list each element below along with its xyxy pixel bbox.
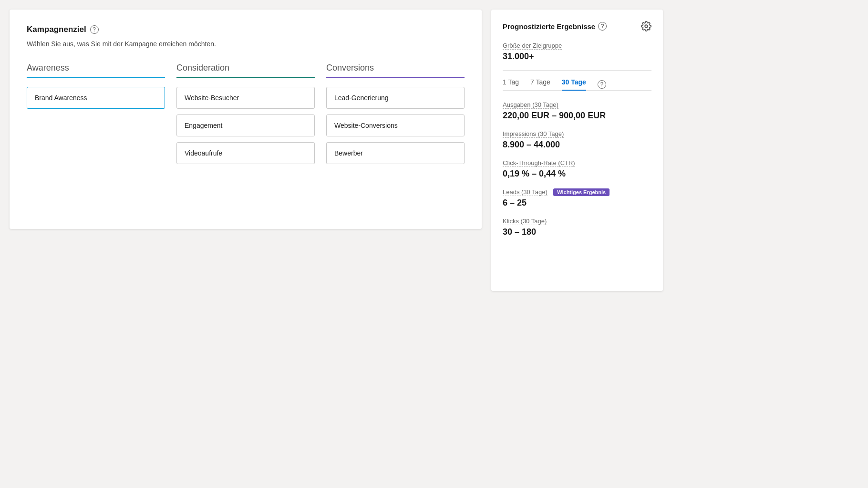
option-website-conversions[interactable]: Website-Conversions bbox=[326, 114, 465, 136]
panel-info-icon[interactable]: ? bbox=[598, 22, 607, 31]
option-website-besucher[interactable]: Website-Besucher bbox=[176, 87, 315, 109]
ctr-label-wrap: Click-Through-Rate (CTR) bbox=[503, 158, 651, 167]
gear-icon[interactable] bbox=[641, 21, 651, 31]
consideration-bar bbox=[176, 77, 315, 78]
impressions-value: 8.900 – 44.000 bbox=[503, 140, 651, 150]
ausgaben-label-wrap: Ausgaben (30 Tage) bbox=[503, 100, 651, 109]
kampagnenziel-info-icon[interactable]: ? bbox=[90, 25, 99, 34]
right-panel: Prognostizierte Ergebnisse ? Größe der Z… bbox=[491, 10, 663, 291]
card-title: Kampagnenziel bbox=[27, 25, 86, 34]
leads-label-wrap: Leads (30 Tage) Wichtiges Ergebnis bbox=[503, 187, 651, 196]
audience-size-label: Größe der Zielgruppe bbox=[503, 41, 651, 50]
category-conversions: Conversions Lead-Generierung Website-Con… bbox=[326, 63, 465, 170]
option-bewerber[interactable]: Bewerber bbox=[326, 142, 465, 164]
panel-title-text: Prognostizierte Ergebnisse bbox=[503, 22, 595, 31]
tabs-row: 1 Tag 7 Tage 30 Tage ? bbox=[503, 78, 651, 91]
tab-30-tage[interactable]: 30 Tage bbox=[562, 78, 586, 91]
category-awareness: Awareness Brand Awareness bbox=[27, 63, 165, 170]
category-consideration: Consideration Website-Besucher Engagemen… bbox=[176, 63, 315, 170]
panel-title-row: Prognostizierte Ergebnisse ? bbox=[503, 21, 651, 31]
ctr-value: 0,19 % – 0,44 % bbox=[503, 169, 651, 179]
stat-klicks: Klicks (30 Tage) 30 – 180 bbox=[503, 217, 651, 237]
wichtiges-ergebnis-badge: Wichtiges Ergebnis bbox=[553, 188, 610, 196]
leads-value: 6 – 25 bbox=[503, 198, 651, 208]
stat-leads: Leads (30 Tage) Wichtiges Ergebnis 6 – 2… bbox=[503, 187, 651, 208]
conversions-bar bbox=[326, 77, 465, 78]
ausgaben-label: Ausgaben (30 Tage) bbox=[503, 101, 558, 109]
tab-1-tag[interactable]: 1 Tag bbox=[503, 78, 519, 91]
category-conversions-label: Conversions bbox=[326, 63, 465, 73]
option-brand-awareness[interactable]: Brand Awareness bbox=[27, 87, 165, 109]
audience-size-row: Größe der Zielgruppe 31.000+ bbox=[503, 41, 651, 62]
stat-ausgaben: Ausgaben (30 Tage) 220,00 EUR – 900,00 E… bbox=[503, 100, 651, 121]
leads-label: Leads (30 Tage) bbox=[503, 188, 548, 196]
klicks-label: Klicks (30 Tage) bbox=[503, 218, 547, 225]
tabs-info-icon[interactable]: ? bbox=[598, 80, 606, 89]
card-subtitle: Wählen Sie aus, was Sie mit der Kampagne… bbox=[27, 40, 465, 48]
option-lead-generierung[interactable]: Lead-Generierung bbox=[326, 87, 465, 109]
klicks-label-wrap: Klicks (30 Tage) bbox=[503, 217, 651, 225]
svg-point-0 bbox=[645, 25, 648, 28]
panel-title-container: Prognostizierte Ergebnisse ? bbox=[503, 22, 607, 31]
impressions-label-wrap: Impressions (30 Tage) bbox=[503, 129, 651, 138]
card-title-row: Kampagnenziel ? bbox=[27, 25, 465, 34]
audience-size-value: 31.000+ bbox=[503, 52, 651, 62]
tab-7-tage[interactable]: 7 Tage bbox=[530, 78, 550, 91]
ctr-label: Click-Through-Rate (CTR) bbox=[503, 159, 575, 167]
category-awareness-label: Awareness bbox=[27, 63, 165, 73]
audience-label-text: Größe der Zielgruppe bbox=[503, 42, 562, 50]
category-consideration-label: Consideration bbox=[176, 63, 315, 73]
awareness-bar bbox=[27, 77, 165, 78]
klicks-value: 30 – 180 bbox=[503, 227, 651, 237]
main-card: Kampagnenziel ? Wählen Sie aus, was Sie … bbox=[10, 10, 482, 229]
option-engagement[interactable]: Engagement bbox=[176, 114, 315, 136]
categories-grid: Awareness Brand Awareness Consideration … bbox=[27, 63, 465, 170]
stat-impressions: Impressions (30 Tage) 8.900 – 44.000 bbox=[503, 129, 651, 150]
stat-ctr: Click-Through-Rate (CTR) 0,19 % – 0,44 % bbox=[503, 158, 651, 179]
option-videoaufrufe[interactable]: Videoaufrufe bbox=[176, 142, 315, 164]
impressions-label: Impressions (30 Tage) bbox=[503, 130, 564, 138]
divider-1 bbox=[503, 70, 651, 71]
ausgaben-value: 220,00 EUR – 900,00 EUR bbox=[503, 111, 651, 121]
